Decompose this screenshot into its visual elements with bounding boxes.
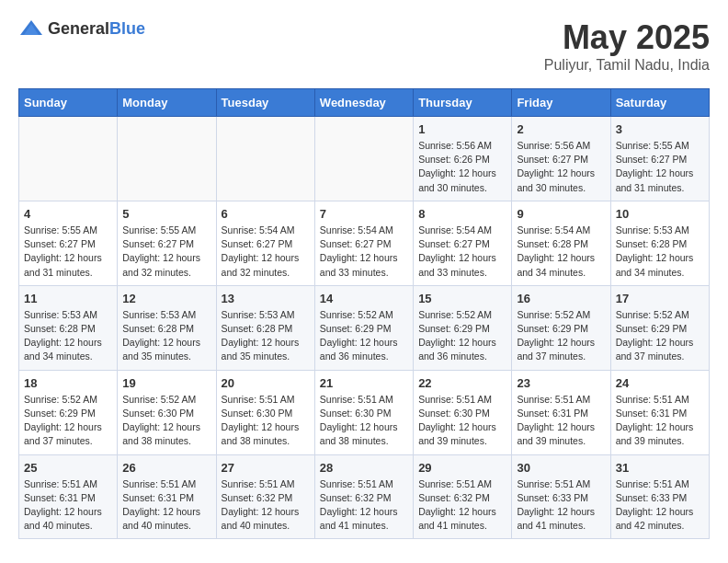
cell-info: Sunrise: 5:56 AM Sunset: 6:26 PM Dayligh… xyxy=(418,139,506,195)
day-number: 9 xyxy=(517,207,605,221)
header-day-saturday: Saturday xyxy=(610,89,709,117)
day-number: 28 xyxy=(320,461,408,475)
cell-info: Sunrise: 5:51 AM Sunset: 6:30 PM Dayligh… xyxy=(320,393,408,449)
calendar-cell: 15Sunrise: 5:52 AM Sunset: 6:29 PM Dayli… xyxy=(414,285,512,370)
calendar-cell: 10Sunrise: 5:53 AM Sunset: 6:28 PM Dayli… xyxy=(610,201,709,285)
cell-info: Sunrise: 5:55 AM Sunset: 6:27 PM Dayligh… xyxy=(24,224,112,280)
day-number: 6 xyxy=(222,207,310,221)
calendar-cell: 30Sunrise: 5:51 AM Sunset: 6:33 PM Dayli… xyxy=(512,454,610,539)
calendar-cell: 16Sunrise: 5:52 AM Sunset: 6:29 PM Dayli… xyxy=(512,285,610,370)
calendar-cell: 25Sunrise: 5:51 AM Sunset: 6:31 PM Dayli… xyxy=(19,454,118,539)
day-number: 10 xyxy=(616,207,704,221)
calendar-cell: 23Sunrise: 5:51 AM Sunset: 6:31 PM Dayli… xyxy=(512,370,610,454)
month-title: May 2025 xyxy=(544,18,710,57)
cell-info: Sunrise: 5:54 AM Sunset: 6:27 PM Dayligh… xyxy=(320,224,408,280)
calendar-cell: 22Sunrise: 5:51 AM Sunset: 6:30 PM Dayli… xyxy=(414,370,512,454)
calendar-cell: 9Sunrise: 5:54 AM Sunset: 6:28 PM Daylig… xyxy=(512,201,610,285)
day-number: 31 xyxy=(616,461,704,475)
calendar-cell: 20Sunrise: 5:51 AM Sunset: 6:30 PM Dayli… xyxy=(216,370,314,454)
header-day-tuesday: Tuesday xyxy=(216,89,314,117)
day-number: 27 xyxy=(222,461,310,475)
cell-info: Sunrise: 5:53 AM Sunset: 6:28 PM Dayligh… xyxy=(122,308,210,364)
cell-info: Sunrise: 5:52 AM Sunset: 6:29 PM Dayligh… xyxy=(320,308,408,364)
day-number: 18 xyxy=(24,376,112,390)
logo-icon xyxy=(18,18,44,39)
header-day-monday: Monday xyxy=(118,89,216,117)
calendar-cell xyxy=(216,117,314,201)
calendar-cell: 29Sunrise: 5:51 AM Sunset: 6:32 PM Dayli… xyxy=(414,454,512,539)
day-number: 4 xyxy=(24,207,112,221)
calendar-cell: 21Sunrise: 5:51 AM Sunset: 6:30 PM Dayli… xyxy=(314,370,413,454)
cell-info: Sunrise: 5:52 AM Sunset: 6:29 PM Dayligh… xyxy=(24,393,112,449)
header-day-friday: Friday xyxy=(512,89,610,117)
calendar-cell: 19Sunrise: 5:52 AM Sunset: 6:30 PM Dayli… xyxy=(118,370,216,454)
calendar-cell: 7Sunrise: 5:54 AM Sunset: 6:27 PM Daylig… xyxy=(314,201,413,285)
week-row-1: 1Sunrise: 5:56 AM Sunset: 6:26 PM Daylig… xyxy=(19,117,710,201)
day-number: 30 xyxy=(517,461,605,475)
calendar-cell: 12Sunrise: 5:53 AM Sunset: 6:28 PM Dayli… xyxy=(118,285,216,370)
day-number: 12 xyxy=(122,292,210,305)
day-number: 3 xyxy=(616,122,704,136)
cell-info: Sunrise: 5:53 AM Sunset: 6:28 PM Dayligh… xyxy=(222,308,310,364)
cell-info: Sunrise: 5:51 AM Sunset: 6:31 PM Dayligh… xyxy=(24,477,112,534)
day-number: 21 xyxy=(320,376,408,390)
page-header: GeneralBlue May 2025 Puliyur, Tamil Nadu… xyxy=(18,18,710,74)
calendar-cell: 31Sunrise: 5:51 AM Sunset: 6:33 PM Dayli… xyxy=(610,454,709,539)
day-number: 1 xyxy=(418,122,506,136)
title-area: May 2025 Puliyur, Tamil Nadu, India xyxy=(544,18,710,74)
cell-info: Sunrise: 5:51 AM Sunset: 6:33 PM Dayligh… xyxy=(616,477,704,534)
week-row-2: 4Sunrise: 5:55 AM Sunset: 6:27 PM Daylig… xyxy=(19,201,710,285)
cell-info: Sunrise: 5:51 AM Sunset: 6:30 PM Dayligh… xyxy=(222,393,310,449)
cell-info: Sunrise: 5:51 AM Sunset: 6:32 PM Dayligh… xyxy=(418,477,506,534)
calendar-cell: 26Sunrise: 5:51 AM Sunset: 6:31 PM Dayli… xyxy=(118,454,216,539)
day-number: 17 xyxy=(616,292,704,305)
calendar-cell: 11Sunrise: 5:53 AM Sunset: 6:28 PM Dayli… xyxy=(19,285,118,370)
cell-info: Sunrise: 5:54 AM Sunset: 6:27 PM Dayligh… xyxy=(418,224,506,280)
cell-info: Sunrise: 5:55 AM Sunset: 6:27 PM Dayligh… xyxy=(122,224,210,280)
day-number: 14 xyxy=(320,292,408,305)
calendar-cell: 1Sunrise: 5:56 AM Sunset: 6:26 PM Daylig… xyxy=(414,117,512,201)
cell-info: Sunrise: 5:51 AM Sunset: 6:33 PM Dayligh… xyxy=(517,477,605,534)
day-number: 20 xyxy=(222,376,310,390)
calendar-cell: 3Sunrise: 5:55 AM Sunset: 6:27 PM Daylig… xyxy=(610,117,709,201)
day-number: 26 xyxy=(122,461,210,475)
day-number: 19 xyxy=(122,376,210,390)
cell-info: Sunrise: 5:53 AM Sunset: 6:28 PM Dayligh… xyxy=(616,224,704,280)
day-number: 2 xyxy=(517,122,605,136)
header-row: SundayMondayTuesdayWednesdayThursdayFrid… xyxy=(19,89,710,117)
logo-text: GeneralBlue xyxy=(48,19,145,39)
calendar-cell: 17Sunrise: 5:52 AM Sunset: 6:29 PM Dayli… xyxy=(610,285,709,370)
cell-info: Sunrise: 5:51 AM Sunset: 6:31 PM Dayligh… xyxy=(122,477,210,534)
header-day-sunday: Sunday xyxy=(19,89,118,117)
calendar-cell: 27Sunrise: 5:51 AM Sunset: 6:32 PM Dayli… xyxy=(216,454,314,539)
calendar-cell: 4Sunrise: 5:55 AM Sunset: 6:27 PM Daylig… xyxy=(19,201,118,285)
day-number: 16 xyxy=(517,292,605,305)
logo-general: General xyxy=(48,19,109,38)
day-number: 22 xyxy=(418,376,506,390)
calendar-cell: 28Sunrise: 5:51 AM Sunset: 6:32 PM Dayli… xyxy=(314,454,413,539)
day-number: 23 xyxy=(517,376,605,390)
cell-info: Sunrise: 5:54 AM Sunset: 6:28 PM Dayligh… xyxy=(517,224,605,280)
calendar-body: 1Sunrise: 5:56 AM Sunset: 6:26 PM Daylig… xyxy=(19,117,710,539)
calendar-cell: 6Sunrise: 5:54 AM Sunset: 6:27 PM Daylig… xyxy=(216,201,314,285)
day-number: 5 xyxy=(122,207,210,221)
day-number: 7 xyxy=(320,207,408,221)
logo-blue: Blue xyxy=(109,19,145,38)
calendar-header: SundayMondayTuesdayWednesdayThursdayFrid… xyxy=(19,89,710,117)
day-number: 15 xyxy=(418,292,506,305)
cell-info: Sunrise: 5:54 AM Sunset: 6:27 PM Dayligh… xyxy=(222,224,310,280)
cell-info: Sunrise: 5:51 AM Sunset: 6:30 PM Dayligh… xyxy=(418,393,506,449)
calendar-cell: 13Sunrise: 5:53 AM Sunset: 6:28 PM Dayli… xyxy=(216,285,314,370)
cell-info: Sunrise: 5:55 AM Sunset: 6:27 PM Dayligh… xyxy=(616,139,704,195)
week-row-3: 11Sunrise: 5:53 AM Sunset: 6:28 PM Dayli… xyxy=(19,285,710,370)
calendar-cell: 24Sunrise: 5:51 AM Sunset: 6:31 PM Dayli… xyxy=(610,370,709,454)
logo: GeneralBlue xyxy=(18,18,145,39)
day-number: 8 xyxy=(418,207,506,221)
calendar-cell: 2Sunrise: 5:56 AM Sunset: 6:27 PM Daylig… xyxy=(512,117,610,201)
cell-info: Sunrise: 5:56 AM Sunset: 6:27 PM Dayligh… xyxy=(517,139,605,195)
day-number: 24 xyxy=(616,376,704,390)
cell-info: Sunrise: 5:51 AM Sunset: 6:31 PM Dayligh… xyxy=(616,393,704,449)
week-row-5: 25Sunrise: 5:51 AM Sunset: 6:31 PM Dayli… xyxy=(19,454,710,539)
calendar-table: SundayMondayTuesdayWednesdayThursdayFrid… xyxy=(18,88,710,539)
calendar-cell: 14Sunrise: 5:52 AM Sunset: 6:29 PM Dayli… xyxy=(314,285,413,370)
